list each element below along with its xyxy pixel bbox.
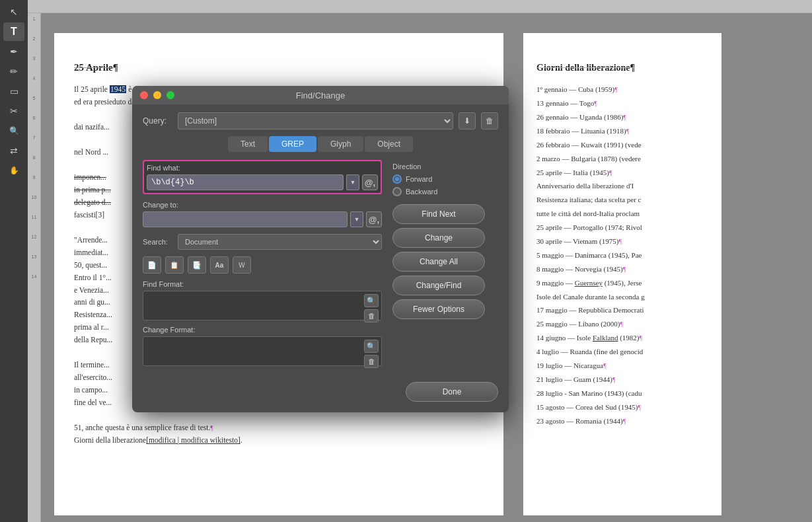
list-item: 23 agosto — Romania (1944)¶ [536,414,708,428]
list-item: Isole del Canale durante la seconda g [536,290,708,304]
find-format-section: Find Format: 🔍 🗑 [143,280,382,320]
search-pages-icon[interactable]: 📋 [165,256,184,274]
text-tool-icon[interactable]: T [3,22,24,41]
backward-label: Backward [406,188,437,196]
list-item: 21 luglio — Guam (1944)¶ [536,373,708,387]
list-item: 30 aprile — Vietnam (1975)¶ [536,235,708,248]
save-query-button[interactable]: ⬇ [459,112,476,130]
falkland-link[interactable]: Falkland [593,334,618,342]
search-case-icon[interactable]: Aa [210,256,229,274]
highlighted-year: 1945 [110,85,126,93]
list-item: 4 luglio — Ruanda (fine del genocid [536,345,708,359]
tab-object[interactable]: Object [365,136,413,152]
tab-grep[interactable]: GREP [269,136,316,152]
ruler-mark: 5 [28,96,40,116]
change-to-dropdown[interactable]: ▼ [350,211,363,227]
list-item: tutte le città del nord-Italia proclam [536,207,708,221]
ruler-mark: 3 [28,56,40,76]
change-to-label: Change to: [143,201,382,209]
right-page-title: Giorni della liberazione¶ [536,59,708,76]
find-what-label: Find what: [147,164,378,172]
hand-tool-icon[interactable]: ✋ [3,161,24,180]
change-all-button[interactable]: Change All [392,252,485,272]
find-change-dialog[interactable]: Find/Change Query: [Custom] ⬇ 🗑 Text GRE… [132,86,509,412]
ruler-mark: 12 [28,235,40,254]
change-format-delete-icon[interactable]: 🗑 [364,355,379,368]
wiki-link[interactable]: [modifica | modifica wikitesto] [146,436,240,444]
done-row: Done [143,377,498,402]
find-format-label: Find Format: [143,280,382,288]
scissors-tool-icon[interactable]: ✂ [3,102,24,120]
fewer-options-button[interactable]: Fewer Options [392,299,485,319]
list-item: 17 maggio — Repubblica Democrati [536,303,708,317]
swap-tool-icon[interactable]: ⇄ [3,141,24,160]
list-item: 25 aprile — Italia (1945)¶ [536,166,708,180]
find-format-delete-icon[interactable]: 🗑 [364,309,379,322]
list-item: 25 aprile — Portogallo (1974; Rivol [536,221,708,235]
find-what-dropdown[interactable]: ▼ [346,174,359,190]
close-button[interactable] [140,91,148,99]
zoom-tool-icon[interactable]: 🔍 [3,122,24,140]
maximize-button[interactable] [166,91,174,99]
dialog-body: Query: [Custom] ⬇ 🗑 Text GREP Glyph Obje… [132,104,509,412]
guernsey-link[interactable]: Guernsey [575,279,603,287]
ruler-mark: 2 [28,36,40,56]
search-doc-icon[interactable]: 📄 [143,256,161,274]
change-format-icons: 🔍 🗑 [364,340,379,368]
ruler-mark: 7 [28,135,40,155]
forward-radio[interactable] [392,174,402,184]
forward-radio-row[interactable]: Forward [392,174,498,184]
list-item: 25 maggio — Libano (2000)¶ [536,317,708,331]
list-item: 2 marzo — Bulgaria (1878) (vedere [536,152,708,166]
direction-label: Direction [392,163,498,170]
pen-tool-icon[interactable]: ✒ [3,42,24,61]
list-item: 15 agosto — Corea del Sud (1945)¶ [536,400,708,414]
find-format-search-icon[interactable]: 🔍 [364,294,379,307]
dialog-left-column: Find what: ▼ @, Change to: ▼ [143,160,382,371]
search-layers-icon[interactable]: 📑 [188,256,206,274]
backward-radio[interactable] [392,187,402,196]
find-what-box: Find what: ▼ @, [143,160,382,194]
query-select[interactable]: [Custom] [178,112,453,130]
dialog-titlebar: Find/Change [132,86,509,104]
search-options-row: 📄 📋 📑 Aa W [143,256,382,274]
list-item: 14 giugno — Isole Falkland (1982)¶ [536,331,708,345]
list-item: Anniversario della liberazione d'I [536,179,708,193]
change-find-button[interactable]: Change/Find [392,276,485,295]
find-what-input[interactable] [147,174,344,190]
minimize-button[interactable] [153,91,161,99]
list-item: 8 maggio — Norvegia (1945)¶ [536,262,708,276]
ruler-mark: 4 [28,76,40,96]
pencil-tool-icon[interactable]: ✏ [3,62,24,81]
list-item: 26 febbraio — Kuwait (1991) (vede [536,138,708,152]
dialog-columns: Find what: ▼ @, Change to: ▼ [143,160,498,371]
left-page-title: 25 Aprile¶ [74,59,484,75]
tab-glyph[interactable]: Glyph [318,136,363,152]
find-what-at-button[interactable]: @, [362,174,378,190]
search-select[interactable]: Document [178,234,382,250]
change-to-input[interactable] [143,211,348,227]
find-next-button[interactable]: Find Next [392,204,485,224]
ruler-mark: 6 [28,116,40,135]
ruler-mark: 10 [28,195,40,215]
change-format-search-icon[interactable]: 🔍 [364,340,379,353]
ruler-mark: 13 [28,254,40,274]
delete-query-button[interactable]: 🗑 [481,112,498,130]
change-button[interactable]: Change [392,228,485,248]
backward-radio-row[interactable]: Backward [392,187,498,196]
done-button[interactable]: Done [406,382,498,402]
change-format-box: 🔍 🗑 [143,336,382,366]
change-to-at-button[interactable]: @, [366,211,382,227]
search-row: Search: Document [143,234,382,250]
query-row: Query: [Custom] ⬇ 🗑 [143,112,498,130]
change-to-input-row: ▼ @, [143,211,382,227]
arrow-tool-icon[interactable]: ↖ [3,3,24,21]
tab-text[interactable]: Text [228,136,268,152]
rect-tool-icon[interactable]: ▭ [3,82,24,100]
list-item: 19 luglio — Nicaragua¶ [536,359,708,373]
strikethrough-text: in prima p... [74,186,111,194]
list-item: 26 gennaio — Uganda (1986)¶ [536,110,708,124]
search-word-icon[interactable]: W [233,256,251,274]
list-item: 9 maggio — Guernsey (1945), Jerse [536,276,708,290]
dialog-title: Find/Change [296,91,345,100]
